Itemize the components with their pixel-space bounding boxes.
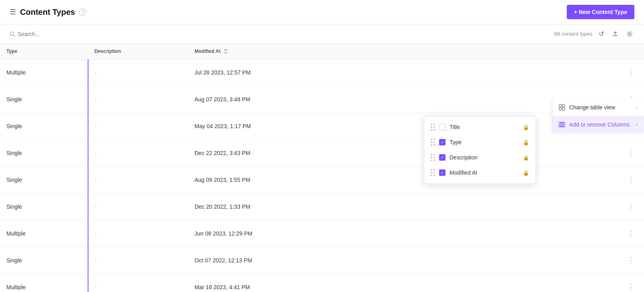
change-table-view-label: Change table view [569, 104, 615, 111]
refresh-icon: ↺ [599, 30, 604, 38]
svg-point-4 [629, 33, 631, 35]
table-row: Single - Dec 22 2022, 3:43 PM ⋮ [0, 140, 644, 167]
svg-rect-9 [559, 122, 561, 127]
svg-rect-10 [561, 122, 563, 127]
column-header-description[interactable]: Description [88, 44, 188, 59]
col-checkbox-title[interactable] [439, 124, 445, 130]
table-body: Multiple - Jul 28 2023, 12:57 PM ⋮ Singl… [0, 59, 644, 292]
svg-rect-2 [613, 35, 618, 36]
col-label-description: Description [449, 154, 519, 161]
col-item-type[interactable]: Type 🔒 [424, 135, 536, 150]
cell-type: Single [0, 140, 88, 167]
row-menu-button[interactable]: ⋮ [624, 66, 638, 79]
cell-description: - [88, 274, 188, 292]
content-types-table: Type Description Modified At Multiple - [0, 44, 644, 292]
row-menu-button[interactable]: ⋮ [624, 254, 638, 266]
upload-icon [612, 31, 618, 37]
svg-rect-7 [559, 108, 562, 110]
lock-icon-type: 🔒 [523, 139, 529, 145]
cell-modified-at: Jul 28 2023, 12:57 PM ⋮ [188, 59, 644, 86]
gear-icon [626, 31, 633, 37]
table-view-icon [559, 104, 565, 111]
row-menu-button[interactable]: ⋮ [624, 201, 638, 213]
toolbar: 88 content types ↺ [0, 24, 644, 44]
table-row: Multiple - Mar 16 2023, 4:41 PM ⋮ [0, 274, 644, 292]
hamburger-icon[interactable]: ☰ [10, 8, 16, 16]
col-item-description[interactable]: Description 🔒 [424, 150, 536, 165]
row-menu-button[interactable]: ⋮ [624, 147, 638, 159]
search-input[interactable] [18, 31, 98, 37]
sort-icon [223, 48, 229, 54]
cell-description: - [88, 220, 188, 247]
col-item-title[interactable]: Title 🔒 [424, 119, 536, 135]
table-row: Single - May 04 2023, 1:17 PM ⋮ [0, 113, 644, 140]
header-left: ☰ Content Types ? [10, 8, 86, 17]
cell-type: Single [0, 113, 88, 140]
cell-description: - [88, 167, 188, 193]
drag-handle-icon [431, 123, 435, 131]
table-row: Single - Aug 09 2023, 1:55 PM ⋮ [0, 167, 644, 193]
cell-description: - [88, 86, 188, 113]
column-selector-panel: Title 🔒 Type 🔒 Description 🔒 [424, 116, 536, 184]
search-wrapper [10, 31, 98, 37]
cell-description: - [88, 193, 188, 220]
svg-rect-11 [563, 122, 565, 127]
column-header-type[interactable]: Type [0, 44, 88, 59]
cell-type: Single [0, 86, 88, 113]
header: ☰ Content Types ? + New Content Type [0, 0, 644, 24]
svg-rect-8 [562, 108, 565, 110]
cell-modified-at: Mar 16 2023, 4:41 PM ⋮ [188, 274, 644, 292]
col-label-title: Title [449, 124, 519, 130]
cell-modified-at: Dec 22 2022, 3:43 PM ⋮ [188, 140, 644, 166]
columns-icon [559, 121, 565, 128]
table-row: Multiple - Jun 08 2023, 12:29 PM ⋮ [0, 220, 644, 247]
row-menu-button[interactable]: ⋮ [624, 174, 638, 186]
table-row: Single - Aug 07 2023, 3:48 PM ⋮ [0, 86, 644, 113]
table-header-row: Type Description Modified At [0, 44, 644, 59]
help-icon[interactable]: ? [79, 8, 86, 16]
refresh-button[interactable]: ↺ [597, 28, 606, 39]
chevron-right-icon-2: › [636, 122, 638, 127]
cell-type: Single [0, 167, 88, 193]
search-icon [10, 31, 15, 37]
settings-button[interactable] [625, 29, 634, 39]
table-container: Type Description Modified At Multiple - [0, 44, 644, 292]
cell-type: Multiple [0, 274, 88, 292]
column-header-modified-at[interactable]: Modified At [188, 44, 644, 59]
row-menu-button[interactable]: ⋮ [624, 228, 638, 240]
col-checkbox-type[interactable] [439, 139, 445, 145]
svg-rect-6 [562, 105, 565, 107]
upload-button[interactable] [610, 29, 620, 39]
drag-handle-icon [431, 139, 435, 146]
cell-modified-at: Aug 09 2023, 1:55 PM ⋮ [188, 167, 644, 193]
cell-description: - [88, 59, 188, 86]
cell-type: Multiple [0, 220, 88, 247]
col-checkbox-modified-at[interactable] [439, 169, 445, 176]
table-row: Single - Dec 20 2022, 1:33 PM ⋮ [0, 193, 644, 220]
lock-icon-modified-at: 🔒 [523, 170, 529, 176]
toolbar-right: 88 content types ↺ [554, 28, 634, 39]
new-content-type-button[interactable]: + New Content Type [567, 5, 634, 19]
col-item-modified-at[interactable]: Modified At 🔒 [424, 165, 536, 180]
row-menu-button[interactable]: ⋮ [624, 281, 638, 292]
drag-handle-icon [431, 169, 435, 176]
cell-description: - [88, 140, 188, 167]
cell-modified-at: Dec 20 2022, 1:33 PM ⋮ [188, 193, 644, 220]
add-remove-columns-label: Add or remove Columns [569, 121, 630, 128]
col-label-modified-at: Modified At [449, 169, 519, 176]
lock-icon-description: 🔒 [523, 155, 529, 161]
table-row: Multiple - Jul 28 2023, 12:57 PM ⋮ [0, 59, 644, 86]
drag-handle-icon [431, 154, 435, 161]
cell-modified-at: Oct 07 2022, 12:13 PM ⋮ [188, 247, 644, 274]
add-remove-columns-item[interactable]: Add or remove Columns › [552, 116, 644, 133]
cell-description: - [88, 247, 188, 274]
cell-modified-at: Jun 08 2023, 12:29 PM ⋮ [188, 220, 644, 247]
right-panel: Change table view › Add or remove Column… [552, 99, 644, 133]
col-checkbox-description[interactable] [439, 154, 445, 161]
change-table-view-item[interactable]: Change table view › [552, 99, 644, 116]
content-count: 88 content types [554, 31, 592, 37]
svg-line-1 [14, 35, 15, 36]
lock-icon-title: 🔒 [523, 124, 529, 130]
svg-rect-5 [559, 105, 562, 107]
cell-type: Single [0, 193, 88, 220]
